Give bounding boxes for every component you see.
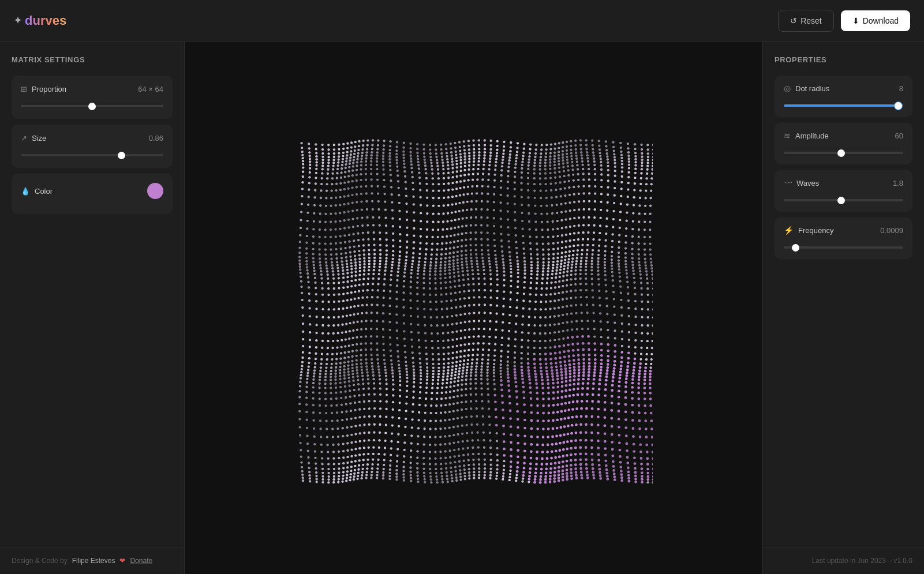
color-text: Color (35, 187, 53, 196)
footer-prefix: Design & Code by (12, 557, 68, 565)
logo: ✦ durves (14, 13, 66, 28)
amplitude-slider[interactable] (784, 152, 903, 154)
reset-icon: ↺ (790, 16, 797, 25)
footer-heart-icon: ❤ (119, 557, 125, 565)
header-actions: ↺ Reset ⬇ Download (778, 10, 910, 32)
proportion-slider-container (21, 99, 163, 110)
size-label: ↗ Size (21, 134, 46, 142)
dot-radius-row: ◎ Dot radius 8 (784, 84, 903, 93)
size-icon: ↗ (21, 134, 27, 142)
proportion-label: ⊞ Proportion (21, 85, 66, 93)
reset-button[interactable]: ↺ Reset (778, 10, 834, 32)
waves-slider[interactable] (784, 199, 903, 201)
proportion-icon: ⊞ (21, 85, 27, 93)
size-row: ↗ Size 0.86 (21, 134, 163, 142)
proportion-slider[interactable] (21, 105, 163, 107)
amplitude-icon: ≋ (784, 131, 791, 140)
color-label-group: 💧 Color (21, 187, 53, 196)
waves-text: Waves (796, 179, 819, 187)
dot-radius-card: ◎ Dot radius 8 (775, 76, 912, 117)
frequency-text: Frequency (798, 226, 833, 235)
download-button[interactable]: ⬇ Download (841, 10, 910, 31)
wave-canvas (295, 129, 653, 487)
logo-icon: ✦ (14, 15, 21, 26)
logo-text: durves (25, 13, 66, 28)
amplitude-text: Amplitude (795, 132, 829, 140)
dot-radius-slider[interactable] (784, 104, 903, 107)
right-panel-inner: Properties ◎ Dot radius 8 ≋ Amplitud (763, 42, 924, 547)
left-panel: Matrix settings ⊞ Proportion 64 × 64 (0, 42, 185, 574)
proportion-value: 64 × 64 (138, 85, 163, 93)
waves-icon: 〰 (784, 178, 792, 187)
frequency-slider[interactable] (784, 246, 903, 249)
waves-label: 〰 Waves (784, 178, 819, 187)
download-icon: ⬇ (852, 16, 859, 25)
waves-row: 〰 Waves 1.8 (784, 178, 903, 187)
size-card: ↗ Size 0.86 (12, 125, 173, 168)
dot-radius-value: 8 (899, 84, 903, 93)
proportion-card: ⊞ Proportion 64 × 64 (12, 76, 173, 119)
canvas-area (185, 42, 762, 574)
right-footer: Last update in Jun 2023 – v1.0.0 (763, 547, 924, 574)
size-text: Size (32, 134, 46, 142)
color-picker[interactable] (147, 183, 163, 199)
right-panel: Properties ◎ Dot radius 8 ≋ Amplitud (762, 42, 924, 574)
matrix-settings-title: Matrix settings (12, 55, 173, 64)
amplitude-row: ≋ Amplitude 60 (784, 131, 903, 140)
size-slider[interactable] (21, 154, 163, 156)
dot-radius-label: ◎ Dot radius (784, 84, 829, 93)
left-footer: Design & Code by Filipe Esteves ❤ Donate (0, 547, 184, 574)
frequency-icon: ⚡ (784, 226, 794, 235)
dot-radius-icon: ◎ (784, 84, 791, 93)
dot-radius-text: Dot radius (795, 84, 829, 93)
header: ✦ durves ↺ Reset ⬇ Download (0, 0, 924, 42)
main-content: Matrix settings ⊞ Proportion 64 × 64 (0, 42, 924, 574)
waves-card: 〰 Waves 1.8 (775, 170, 912, 212)
proportion-text: Proportion (32, 85, 66, 93)
frequency-card: ⚡ Frequency 0.0009 (775, 217, 912, 259)
amplitude-value: 60 (895, 132, 903, 140)
left-panel-inner: Matrix settings ⊞ Proportion 64 × 64 (0, 42, 184, 547)
footer-author: Filipe Esteves (72, 557, 115, 565)
frequency-value: 0.0009 (880, 226, 903, 235)
properties-title: Properties (775, 55, 912, 64)
size-slider-container (21, 148, 163, 159)
version-info: Last update in Jun 2023 – v1.0.0 (812, 557, 912, 565)
download-label: Download (863, 16, 899, 25)
proportion-row: ⊞ Proportion 64 × 64 (21, 85, 163, 93)
amplitude-card: ≋ Amplitude 60 (775, 123, 912, 164)
color-card: 💧 Color (12, 174, 173, 214)
frequency-label: ⚡ Frequency (784, 226, 833, 235)
frequency-row: ⚡ Frequency 0.0009 (784, 226, 903, 235)
color-row: 💧 Color (21, 183, 163, 199)
amplitude-label: ≋ Amplitude (784, 131, 829, 140)
waves-value: 1.8 (893, 179, 903, 187)
reset-label: Reset (800, 16, 822, 25)
donate-link[interactable]: Donate (130, 557, 152, 565)
size-value: 0.86 (149, 134, 163, 142)
color-icon: 💧 (21, 187, 30, 196)
